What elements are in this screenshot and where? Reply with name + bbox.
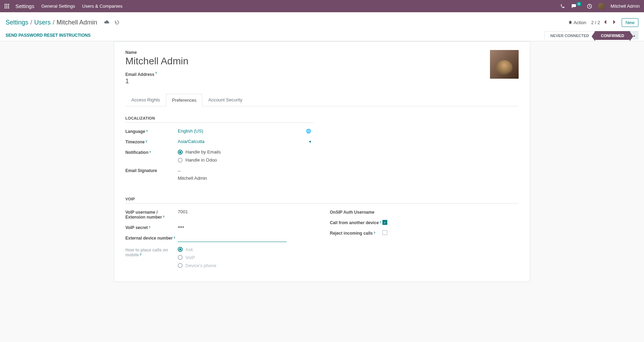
help-icon[interactable]: ? [163,215,165,219]
top-navbar: Settings General Settings Users & Compan… [0,0,644,12]
globe-icon[interactable]: 🌐 [306,129,311,134]
radio-handle-odoo[interactable]: Handle in Odoo [178,157,314,163]
external-device-field[interactable] [178,235,287,242]
radio-icon [178,150,183,155]
help-icon[interactable]: ? [148,226,151,229]
help-icon[interactable]: ? [140,253,142,256]
svg-rect-1 [6,4,7,5]
status-bar: NEVER CONNECTED CONFIRMED ▲ [544,31,638,40]
user-menu[interactable] [598,3,605,10]
help-icon[interactable]: ? [146,129,148,133]
radio-device-phone[interactable]: Device's phone [178,263,314,268]
user-photo[interactable] [490,50,519,79]
phone-icon[interactable] [560,3,565,9]
chevron-down-icon[interactable]: ▾ [309,139,311,144]
new-button[interactable]: New [622,18,638,27]
tab-preferences[interactable]: Preferences [166,94,202,106]
svg-rect-7 [6,7,7,8]
language-label: Language [125,129,145,134]
help-icon[interactable]: ? [149,150,151,154]
reject-calls-label: Reject incoming calls [330,231,373,236]
help-icon[interactable]: ? [373,231,375,235]
pager: 2 / 2 [591,20,617,25]
tab-access-rights[interactable]: Access Rights [125,93,166,106]
svg-rect-0 [5,4,6,5]
radio-icon [178,158,183,163]
breadcrumb-current: Mitchell Admin [57,19,97,26]
action-dropdown[interactable]: Action [568,20,586,25]
language-field[interactable]: English (US) [178,128,203,134]
radio-icon [178,255,183,260]
voip-username-label: VoIP username / Extension number [125,210,162,220]
messages-icon[interactable]: 4 [571,3,581,9]
voip-secret-field[interactable]: •••• [178,225,314,230]
tabs: Access Rights Preferences Account Securi… [125,93,519,106]
messages-badge: 4 [577,2,581,6]
cloud-save-icon[interactable] [104,20,110,25]
activity-icon[interactable] [587,3,592,9]
notification-label: Notification [125,150,148,155]
email-label: Email Address? [125,72,157,77]
pager-prev-icon[interactable] [603,20,608,25]
send-password-reset-link[interactable]: SEND PASSWORD RESET INSTRUCTIONS [6,33,90,38]
discard-icon[interactable] [115,20,119,25]
voip-username-field[interactable]: 7001 [178,209,314,214]
svg-rect-4 [6,6,7,7]
status-never-connected[interactable]: NEVER CONNECTED [544,31,595,40]
help-icon[interactable]: ? [380,221,382,224]
name-label: Name [125,50,490,55]
user-name-label[interactable]: Mitchell Admin [610,3,640,9]
voip-secret-label: VoIP secret [125,225,148,230]
radio-icon [178,263,183,268]
pager-text: 2 / 2 [591,20,600,25]
external-device-label: External device number [125,236,173,241]
reject-calls-checkbox[interactable] [382,230,387,235]
control-panel: Settings / Users / Mitchell Admin Action… [0,12,644,41]
radio-handle-emails[interactable]: Handle by Emails [178,149,314,155]
help-icon[interactable]: ? [155,71,157,75]
signature-label: Email Signature [125,168,178,173]
svg-rect-5 [8,6,9,7]
menu-general-settings[interactable]: General Settings [41,3,75,9]
svg-rect-2 [8,4,9,5]
apps-icon[interactable] [4,3,10,9]
pager-next-icon[interactable] [611,20,617,25]
help-icon[interactable]: ? [145,140,147,143]
section-voip: VOIP [125,197,519,204]
breadcrumb-users[interactable]: Users [34,19,51,26]
mobile-calls-label: How to place calls on mobile [125,248,168,257]
svg-rect-8 [8,7,9,8]
email-field[interactable]: 1 [125,78,490,85]
section-localization: LOCALIZATION [125,116,314,123]
svg-rect-3 [5,6,6,7]
radio-ask[interactable]: Ask [178,247,314,252]
timezone-label: Timezone [125,140,145,144]
svg-rect-6 [5,7,6,8]
name-field[interactable]: Mitchell Admin [125,56,490,67]
tab-account-security[interactable]: Account Security [202,93,248,106]
status-confirmed[interactable]: CONFIRMED [595,31,630,40]
breadcrumb: Settings / Users / Mitchell Admin [6,19,119,26]
call-other-label: Call from another device [330,220,379,225]
menu-users-companies[interactable]: Users & Companies [82,3,123,9]
call-other-checkbox[interactable]: ✓ [382,220,387,225]
onsip-label: OnSIP Auth Username [330,209,382,215]
breadcrumb-settings[interactable]: Settings [6,19,28,26]
help-icon[interactable]: ? [173,236,175,240]
timezone-field[interactable]: Asia/Calcutta [178,139,205,144]
avatar-icon [598,3,605,10]
app-title[interactable]: Settings [15,3,34,9]
signature-field[interactable]: -- Mitchell Admin [178,168,314,182]
radio-icon [178,247,183,252]
form-sheet: Name Mitchell Admin Email Address? 1 Acc… [114,41,530,282]
radio-voip[interactable]: VoIP [178,255,314,260]
